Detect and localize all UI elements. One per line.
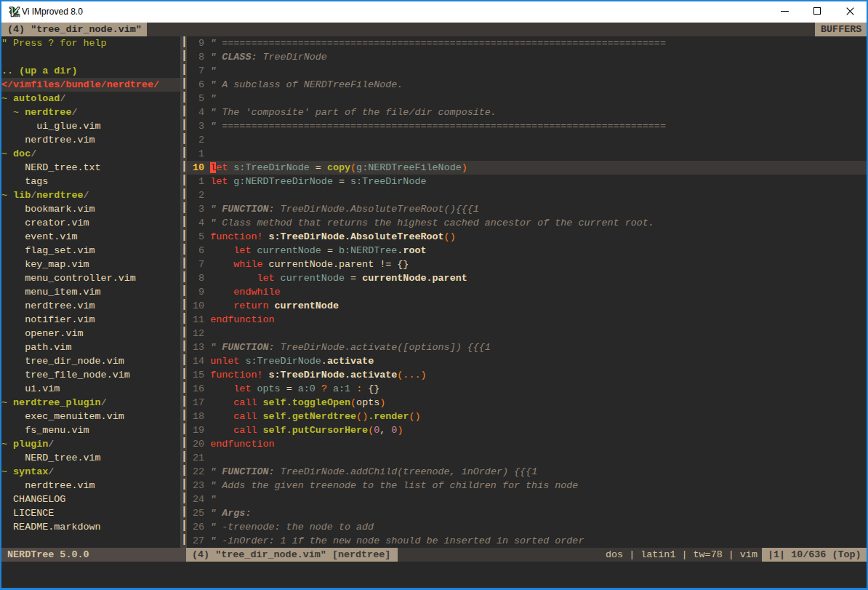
svg-text:im: im bbox=[14, 12, 20, 18]
